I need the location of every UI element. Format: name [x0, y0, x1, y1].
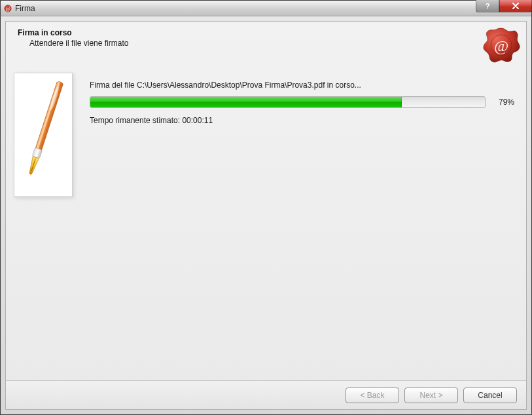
titlebar[interactable]: @ Firma ?	[1, 1, 531, 16]
progress-fill	[90, 97, 402, 107]
cancel-button[interactable]: Cancel	[463, 388, 517, 403]
window-controls: ?	[476, 0, 532, 12]
wizard-main: Firma del file C:\Users\Alessandro\Deskt…	[90, 81, 514, 125]
svg-text:@: @	[494, 37, 508, 54]
pen-icon	[14, 73, 72, 197]
status-text: Firma del file C:\Users\Alessandro\Deskt…	[90, 81, 514, 90]
progress-percent-label: 79%	[492, 98, 514, 107]
dialog-window: @ Firma ? Firma in corso Attendere il fi…	[0, 0, 532, 415]
help-icon: ?	[486, 2, 490, 10]
page-title: Firma in corso	[18, 28, 514, 37]
wizard-footer: < Back Next > Cancel	[6, 380, 526, 409]
wizard-illustration	[14, 73, 73, 197]
wax-seal-icon: @	[482, 26, 521, 65]
content-panel: Firma in corso Attendere il file viene f…	[5, 21, 527, 410]
close-icon	[512, 3, 520, 9]
help-button[interactable]: ?	[476, 0, 499, 12]
back-button[interactable]: < Back	[346, 388, 399, 403]
progress-bar	[90, 96, 486, 108]
wizard-header: Firma in corso Attendere il file viene f…	[6, 22, 526, 66]
svg-text:@: @	[5, 5, 10, 11]
window-title: Firma	[15, 4, 529, 13]
next-button[interactable]: Next >	[404, 388, 458, 403]
page-subtitle: Attendere il file viene firmato	[29, 39, 514, 48]
close-button[interactable]	[499, 0, 532, 12]
app-icon: @	[3, 4, 12, 13]
time-remaining-label: Tempo rimanente stimato: 00:00:11	[90, 116, 514, 125]
content-wrap: Firma in corso Attendere il file viene f…	[1, 16, 531, 414]
progress-row: 79%	[90, 96, 514, 108]
